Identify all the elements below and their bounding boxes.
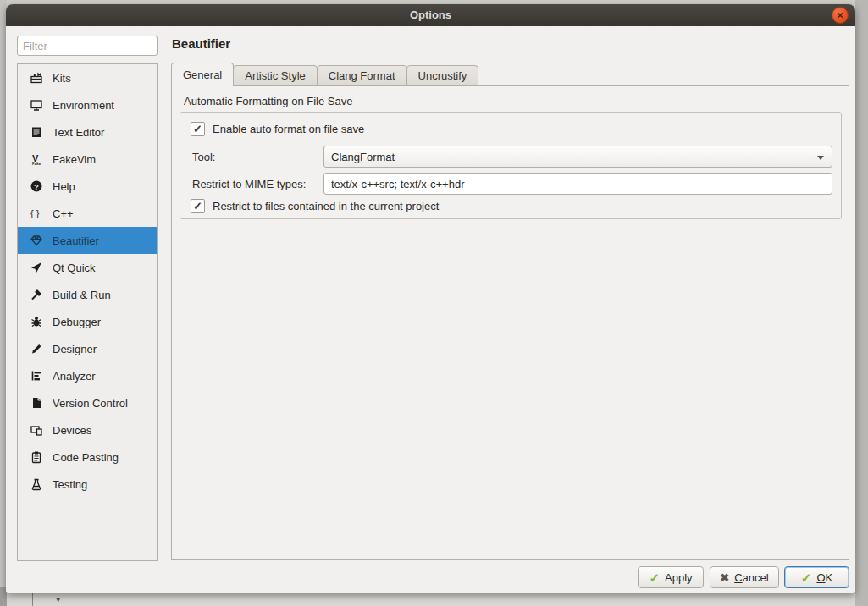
help-icon: ? xyxy=(29,179,44,194)
mime-types-input[interactable] xyxy=(323,173,832,195)
kits-icon xyxy=(29,70,44,85)
sidebar-item-label: Qt Quick xyxy=(53,262,96,274)
apply-button-label: Apply xyxy=(665,571,693,584)
sidebar-item-environment[interactable]: Environment xyxy=(18,91,157,118)
svg-text:Fake: Fake xyxy=(32,162,41,166)
sidebar-item-label: Designer xyxy=(53,343,97,355)
sidebar-item-label: Code Pasting xyxy=(53,451,119,464)
fold-arrow-icon: ▼ xyxy=(56,595,60,603)
sidebar-item-text-editor[interactable]: Text Editor xyxy=(18,118,157,146)
sidebar-item-beautifier[interactable]: Beautifier xyxy=(18,227,157,254)
tab-uncrustify[interactable]: Uncrustify xyxy=(406,65,479,85)
cancel-button-label: Cancel xyxy=(734,571,768,584)
editor-code-strip: 89 ▼ void CamImuCalib::initGui() { xyxy=(7,593,855,606)
diamond-icon xyxy=(29,233,44,248)
sidebar-item-label: Analyzer xyxy=(53,370,96,383)
mime-types-label: Restrict to MIME types: xyxy=(192,178,306,190)
sidebar-item-devices[interactable]: Devices xyxy=(18,416,157,443)
sidebar-item-label: Help xyxy=(53,180,75,193)
ok-button-label: OK xyxy=(816,571,832,584)
options-dialog: Options ✕ KitsEnvironmentText EditorVFak… xyxy=(6,4,855,593)
cancel-button[interactable]: ✖ Cancel xyxy=(710,566,779,588)
filter-input[interactable] xyxy=(17,36,158,56)
pencil-icon xyxy=(29,341,44,356)
sidebar-item-analyzer[interactable]: Analyzer xyxy=(18,362,157,389)
tab-artistic-style[interactable]: Artistic Style xyxy=(233,65,318,85)
ok-button[interactable]: ✓ OK xyxy=(784,566,849,588)
check-icon: ✓ xyxy=(801,571,812,584)
bar-chart-icon xyxy=(29,368,44,383)
sidebar-item-cpp[interactable]: { }C++ xyxy=(18,200,157,227)
restrict-project-checkbox[interactable]: ✓ xyxy=(191,199,205,213)
editor-code-line: 89 ▼ void CamImuCalib::initGui() { xyxy=(7,594,33,606)
sidebar-item-label: FakeVim xyxy=(53,153,96,166)
paper-plane-icon xyxy=(29,260,44,275)
page-title: Beautifier xyxy=(172,36,230,51)
document-fold-icon xyxy=(29,395,44,410)
sidebar-item-designer[interactable]: Designer xyxy=(18,335,157,362)
titlebar: Options ✕ xyxy=(6,4,855,26)
tool-dropdown[interactable]: ClangFormat xyxy=(323,146,832,168)
sidebar-item-label: Text Editor xyxy=(53,126,104,139)
devices-icon xyxy=(29,422,44,438)
general-tab-panel: Automatic Formatting on File Save ✓ Enab… xyxy=(171,85,849,560)
enable-autoformat-row: ✓ Enable auto format on file save xyxy=(191,122,364,136)
svg-text:{ }: { } xyxy=(30,208,40,218)
sidebar-item-label: Version Control xyxy=(53,397,128,410)
sidebar-item-label: Debugger xyxy=(53,316,101,328)
sidebar-item-fakevim[interactable]: VFakeFakeVim xyxy=(18,146,157,173)
sidebar-item-label: Testing xyxy=(53,478,87,491)
close-icon: ✕ xyxy=(836,11,843,20)
group-title: Automatic Formatting on File Save xyxy=(184,95,352,107)
restrict-project-row: ✓ Restrict to files contained in the cur… xyxy=(191,199,439,213)
x-icon: ✖ xyxy=(720,572,729,583)
sidebar-item-qt-quick[interactable]: Qt Quick xyxy=(18,254,157,281)
chevron-down-icon xyxy=(817,156,824,160)
enable-autoformat-label: Enable auto format on file save xyxy=(213,123,364,135)
editor-scrollbar-strip xyxy=(855,0,868,606)
sidebar-item-build-run[interactable]: Build & Run xyxy=(18,281,157,308)
sidebar-item-code-pasting[interactable]: Code Pasting xyxy=(18,443,157,471)
flask-icon xyxy=(29,477,44,492)
sidebar-item-label: Environment xyxy=(53,99,114,112)
fakevim-icon: VFake xyxy=(29,152,44,167)
tab-bar: GeneralArtistic StyleClang FormatUncrust… xyxy=(171,63,478,86)
enable-autoformat-checkbox[interactable]: ✓ xyxy=(191,122,205,136)
tool-dropdown-value: ClangFormat xyxy=(331,151,395,163)
sidebar-item-label: C++ xyxy=(53,207,74,220)
window-title: Options xyxy=(6,4,855,26)
sidebar-item-testing[interactable]: Testing xyxy=(18,471,157,498)
tool-label: Tool: xyxy=(192,151,215,163)
monitor-icon xyxy=(29,97,44,113)
svg-text:?: ? xyxy=(34,182,39,191)
sidebar-list: KitsEnvironmentText EditorVFakeFakeVim?H… xyxy=(17,63,158,561)
hammer-icon xyxy=(29,287,44,302)
close-button[interactable]: ✕ xyxy=(832,7,849,24)
sidebar-item-label: Build & Run xyxy=(53,289,111,301)
sidebar-item-label: Beautifier xyxy=(53,234,99,247)
sidebar-item-label: Kits xyxy=(53,72,71,85)
clipboard-icon xyxy=(29,449,44,465)
sidebar-item-help[interactable]: ?Help xyxy=(18,173,157,200)
tab-clang-format[interactable]: Clang Format xyxy=(317,65,407,85)
text-document-icon xyxy=(29,124,44,140)
apply-button[interactable]: ✓ Apply xyxy=(638,566,704,588)
auto-format-groupbox: ✓ Enable auto format on file save Tool: … xyxy=(180,112,842,219)
check-icon: ✓ xyxy=(649,571,660,584)
sidebar-item-kits[interactable]: Kits xyxy=(18,64,157,91)
braces-icon: { } xyxy=(29,206,44,221)
bug-icon xyxy=(29,314,44,329)
sidebar-item-debugger[interactable]: Debugger xyxy=(18,308,157,335)
tab-general[interactable]: General xyxy=(171,63,234,86)
restrict-project-label: Restrict to files contained in the curre… xyxy=(213,200,439,212)
sidebar-item-label: Devices xyxy=(53,424,91,437)
sidebar-item-version-control[interactable]: Version Control xyxy=(18,389,157,416)
